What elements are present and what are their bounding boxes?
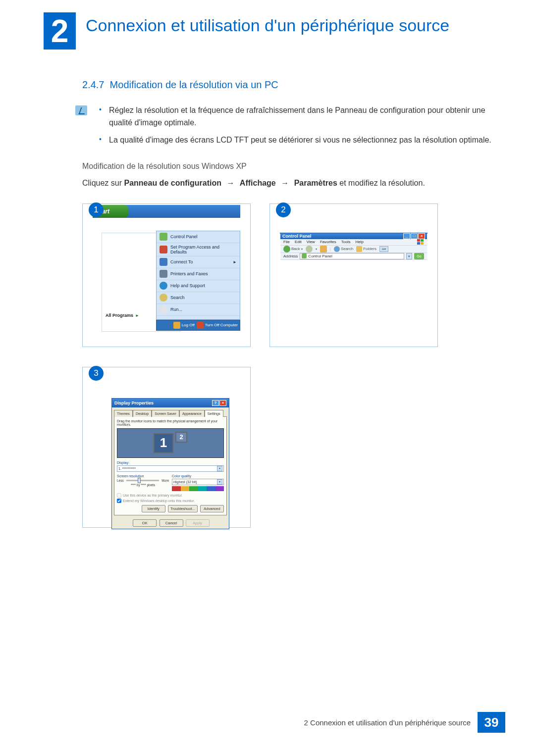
extend-desktop-input[interactable]	[117, 499, 121, 503]
control-panel-mini-icon	[302, 253, 307, 258]
control-panel-window: Control Panel _ □ × File Edit View Favor	[280, 233, 428, 234]
search-icon	[334, 246, 340, 252]
address-dropdown[interactable]: ▾	[406, 253, 412, 259]
views-button[interactable]: ⊞▾	[379, 246, 388, 252]
advanced-button[interactable]: Advanced	[200, 505, 224, 512]
troubleshoot-button[interactable]: Troubleshoot...	[168, 505, 198, 512]
menu-help[interactable]: Help	[355, 240, 363, 244]
menu-item-run[interactable]: Run...	[157, 304, 240, 316]
resolution-slider[interactable]: Less More	[117, 479, 169, 482]
color-quality-bar	[172, 486, 224, 491]
menu-edit[interactable]: Edit	[295, 240, 302, 244]
menu-item-connect-to[interactable]: Connect To►	[157, 256, 240, 268]
menu-file[interactable]: File	[283, 240, 290, 244]
menu-item-control-panel[interactable]: Control Panel	[157, 231, 240, 243]
apply-button[interactable]: Apply	[186, 519, 210, 527]
menu-tools[interactable]: Tools	[341, 240, 351, 244]
figure-badge: 3	[89, 366, 104, 381]
quality-select-value: Highest (32 bit)	[173, 480, 197, 484]
quality-select[interactable]: Highest (32 bit)▾	[172, 479, 224, 485]
chevron-down-icon: ▾	[217, 479, 222, 485]
monitor-2[interactable]: 2	[175, 432, 187, 443]
checkbox-label: Use this device as the primary monitor.	[123, 494, 183, 497]
menu-item-label: Printers and Faxes	[170, 271, 208, 276]
program-access-icon	[160, 246, 167, 253]
slider-thumb[interactable]	[138, 478, 141, 483]
settings-hint: Drag the monitor icons to match the phys…	[117, 419, 224, 426]
chapter-header: 2 Connexion et utilisation d'un périphér…	[44, 12, 505, 50]
forward-button[interactable]	[306, 246, 313, 252]
svg-rect-3	[421, 242, 424, 245]
menu-item-label: Search	[170, 295, 185, 300]
chapter-number: 2	[51, 15, 69, 47]
identify-button[interactable]: Identify	[142, 505, 165, 512]
dialog-title: Display Properties	[114, 401, 154, 405]
go-button[interactable]: Go	[414, 253, 424, 259]
maximize-button[interactable]: □	[411, 233, 418, 239]
folders-button[interactable]: Folders	[356, 246, 376, 252]
control-panel-icon	[160, 233, 167, 241]
monitor-1[interactable]: 1	[154, 433, 173, 453]
start-menu-right-panel: Control Panel Set Program Access and Def…	[156, 231, 240, 320]
tab-themes[interactable]: Themes	[114, 410, 133, 417]
chevron-right-icon: ►	[233, 260, 237, 264]
figure-badge: 2	[276, 202, 291, 217]
help-icon	[160, 282, 167, 290]
slider-less: Less	[117, 479, 124, 482]
address-field[interactable]: Control Panel	[300, 253, 404, 259]
svg-rect-1	[421, 239, 424, 242]
menu-item-label: Control Panel	[170, 234, 198, 239]
log-off-button[interactable]: Log Off	[173, 322, 195, 329]
slider-track	[126, 480, 159, 481]
all-programs-button[interactable]: All Programs	[106, 313, 139, 318]
address-bar: Address Control Panel ▾ Go	[280, 253, 427, 260]
window-titlebar: Control Panel _ □ ×	[280, 233, 427, 239]
os-caption: Modification de la résolution sous Windo…	[82, 162, 500, 171]
menu-item-help[interactable]: Help and Support	[157, 280, 240, 292]
tab-desktop[interactable]: Desktop	[133, 410, 152, 417]
tab-settings[interactable]: Settings	[205, 410, 223, 417]
help-button[interactable]: ?	[212, 400, 219, 406]
menu-item-label: Set Program Access and Defaults	[170, 245, 237, 254]
section-number: 2.4.7	[82, 79, 104, 90]
primary-monitor-input	[117, 493, 121, 498]
up-button[interactable]	[320, 246, 327, 252]
monitor-arrangement[interactable]: 1 2	[117, 428, 224, 458]
search-button[interactable]: Search	[334, 246, 353, 252]
address-value: Control Panel	[308, 254, 332, 258]
connect-to-icon	[160, 258, 167, 266]
display-select[interactable]: 1. **********▾	[117, 465, 224, 472]
instruction-line: Cliquez sur Panneau de configuration → A…	[82, 177, 500, 190]
page-footer: 2 Connexion et utilisation d'un périphér…	[44, 712, 505, 733]
checkbox-label: Extend my Windows desktop onto this moni…	[123, 499, 195, 503]
cancel-button[interactable]: Cancel	[160, 519, 183, 527]
menu-item-search[interactable]: Search	[157, 292, 240, 304]
note-item: Réglez la résolution et la fréquence de …	[98, 104, 500, 129]
tab-screensaver[interactable]: Screen Saver	[152, 410, 179, 417]
menu-item-program-access[interactable]: Set Program Access and Defaults	[157, 243, 240, 256]
turn-off-button[interactable]: Turn Off Computer	[197, 322, 238, 329]
quality-label: Color quality	[172, 474, 224, 478]
address-label: Address	[283, 254, 298, 258]
tab-appearance[interactable]: Appearance	[179, 410, 205, 417]
minimize-button[interactable]: _	[403, 233, 410, 239]
ok-button[interactable]: OK	[133, 519, 157, 527]
printers-icon	[160, 270, 167, 278]
close-button[interactable]: ×	[219, 400, 226, 406]
back-label: Back	[291, 247, 300, 251]
display-properties-dialog: Display Properties ? × Themes Desktop Sc…	[111, 398, 229, 529]
menu-bar: File Edit View Favorites Tools Help	[280, 239, 427, 246]
extend-desktop-checkbox[interactable]: Extend my Windows desktop onto this moni…	[117, 499, 224, 503]
logoff-bar: Log Off Turn Off Computer	[156, 320, 240, 331]
menu-favorites[interactable]: Favorites	[320, 240, 336, 244]
instruction-pre: Cliquez sur	[82, 179, 124, 187]
go-label: Go	[417, 254, 421, 258]
close-button[interactable]: ×	[418, 233, 425, 239]
menu-item-printers[interactable]: Printers and Faxes	[157, 268, 240, 280]
back-button[interactable]: Back▾	[283, 246, 303, 252]
menu-item-label: Run...	[170, 307, 182, 312]
menu-view[interactable]: View	[307, 240, 315, 244]
forward-dropdown[interactable]: ▾	[316, 247, 317, 251]
resolution-label: Screen resolution	[117, 474, 169, 478]
turn-off-label: Turn Off Computer	[205, 323, 238, 327]
